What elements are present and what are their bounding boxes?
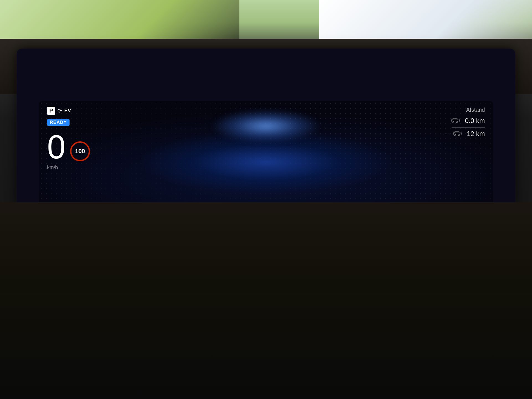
ready-badge: READY <box>47 119 70 126</box>
bottom-dashboard <box>0 202 532 399</box>
speed-value: 0 <box>47 130 65 163</box>
speed-limit-indicator: 100 <box>70 141 90 161</box>
screen-bezel: P ⟳ EV READY 0 100 km/h <box>17 48 515 209</box>
car-interior: P ⟳ EV READY 0 100 km/h <box>0 0 532 399</box>
speed-unit-label: km/h <box>47 165 125 170</box>
left-panel: P ⟳ EV READY 0 100 km/h <box>47 107 125 170</box>
window-right <box>319 0 532 44</box>
distance-far-row: ··· 12 km <box>407 130 485 138</box>
far-car-icon <box>453 131 464 137</box>
distance-title: Afstand <box>407 107 485 113</box>
distance-near-value: 0.0 km <box>465 117 485 125</box>
regen-icon: ⟳ <box>57 108 62 114</box>
status-row: P ⟳ EV <box>47 107 125 115</box>
ev-mode-label: EV <box>64 108 71 114</box>
speed-area: 0 100 <box>47 130 125 163</box>
ready-row: READY <box>47 119 125 126</box>
glow-center <box>211 109 321 143</box>
gear-indicator: P <box>47 107 55 115</box>
dots-leader: ··· <box>444 132 450 136</box>
distance-separator <box>452 127 485 128</box>
distance-near-row: 0.0 km <box>407 117 485 125</box>
right-panel: Afstand 0.0 km <box>407 107 485 138</box>
distance-far-value: 12 km <box>467 130 485 138</box>
near-car-icon <box>451 118 462 124</box>
